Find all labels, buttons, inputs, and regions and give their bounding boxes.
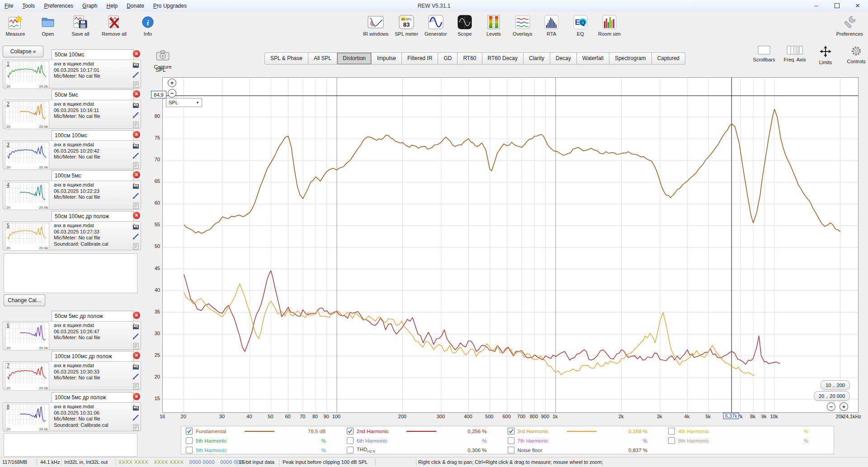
tab-waterfall[interactable]: Waterfall [577,52,609,65]
delete-measurement-button[interactable]: × [133,312,140,319]
measurement-item-7[interactable]: 100см 100мс др полож×72020,0kачх в ящике… [3,350,141,390]
notes-icon[interactable] [132,162,139,170]
save-measurement-icon[interactable] [132,182,139,191]
measurement-summary[interactable]: 82020,0kачх в ящике.mdat06.03.2025 10:31… [3,402,141,431]
distortion-plot[interactable]: + − 10 .. 200 20 .. 20 000 − + [162,77,859,413]
trace-color-icon[interactable] [132,192,139,201]
limits-button[interactable]: Limits [814,46,837,65]
tab-spl-phase[interactable]: SPL & Phase [264,52,308,65]
scope-button[interactable]: Scope [452,13,477,37]
trace-color-icon[interactable] [132,373,139,381]
measurement-name-input[interactable]: 100см 100мс др полож [52,351,134,362]
measurement-summary[interactable]: 12020,0kачх в ящике.mdat06.03.2025 10:17… [3,60,141,89]
delete-measurement-button[interactable]: × [133,171,140,178]
legend-checkbox[interactable] [347,447,354,453]
splmeter-button[interactable]: dB SPL83SPL meter [393,13,420,37]
measurement-name-input[interactable]: 100см 5мс [52,170,134,181]
measurement-summary[interactable]: 32020,0kачх в ящике.mdat06.03.2025 10:20… [3,140,141,169]
info-button[interactable]: iInfo [135,13,160,37]
legend-checkbox[interactable] [186,437,193,444]
measurement-item-4[interactable]: 100см 5мс×42020,0kачх в ящике.mdat06.03.… [3,170,141,210]
preferences-button[interactable]: Preferences [835,13,864,37]
measurement-item-3[interactable]: 100см 100мс×32020,0kачх в ящике.mdat06.0… [3,130,141,169]
trace-color-icon[interactable] [132,112,139,120]
notes-icon[interactable] [132,424,139,432]
measurement-summary[interactable]: 42020,0kачх в ящике.mdat06.03.2025 10:22… [3,181,141,210]
measurement-thumbnail[interactable]: 12020,0k [5,61,49,89]
trace-color-icon[interactable] [132,233,139,241]
measurement-thumbnail[interactable]: 72020,0k [5,363,49,391]
measurement-summary[interactable]: 72020,0kачх в ящике.mdat06.03.2025 10:30… [3,361,141,390]
measurement-item-1[interactable]: 50см 100мс×12020,0kачх в ящике.mdat06.03… [3,49,141,89]
tab-all-spl[interactable]: All SPL [308,52,337,65]
save-measurement-icon[interactable] [132,142,139,150]
minimize-button[interactable]: – [806,0,826,11]
measurement-name-input[interactable]: 50см 5мс др полож [52,311,134,322]
freqaxis-button[interactable]: Freq. Axis [783,46,807,65]
legend-checkbox[interactable] [668,428,675,434]
measurement-item-6[interactable]: 50см 5мс др полож×62020,0kачх в ящике.md… [3,310,141,350]
y-axis-top-limit-input[interactable]: 84,9 [151,91,166,98]
legend-checkbox[interactable] [347,428,354,434]
measurement-summary[interactable]: 52020,0kачх в ящике.mdat06.03.2025 10:27… [3,221,141,250]
measurement-thumbnail[interactable]: 82020,0k [5,404,49,432]
tab-filtered-ir[interactable]: Filtered IR [402,52,438,65]
menu-preferences[interactable]: Preferences [39,0,78,12]
tab-distortion[interactable]: Distortion [337,52,372,65]
measure-button[interactable]: Measure [3,13,28,37]
measurement-thumbnail[interactable]: 52020,0k [5,223,49,251]
irwindows-button[interactable]: IR windows [362,13,390,37]
measurement-item-2[interactable]: 50см 5мс×22020,0kачх в ящике.mdat06.03.2… [3,89,141,129]
maximize-button[interactable] [826,0,847,11]
y-zoom-out-button[interactable]: − [168,89,176,98]
measurement-name-input[interactable]: 50см 100мс др полож [52,211,134,222]
trace-color-icon[interactable] [132,152,139,160]
save-measurement-icon[interactable] [132,363,139,371]
measurement-thumbnail[interactable]: 62020,0k [5,322,49,350]
legend-checkbox[interactable] [347,437,354,444]
delete-measurement-button[interactable]: × [133,90,140,98]
measurement-notes-box[interactable] [4,433,137,457]
overlays-button[interactable]: Overlays [510,13,535,37]
trace-color-icon[interactable] [132,333,139,341]
measurement-name-input[interactable]: 100см 5мс др полож [52,392,134,403]
menu-file[interactable]: File [0,0,18,12]
tab-clarity[interactable]: Clarity [524,52,550,65]
notes-icon[interactable] [132,81,139,89]
menu-donate[interactable]: Donate [122,0,149,12]
menu-pro-upgrades[interactable]: Pro Upgrades [149,0,191,12]
legend-checkbox[interactable] [186,428,193,434]
measurement-name-input[interactable]: 50см 5мс [52,89,134,100]
save-measurement-icon[interactable] [132,102,139,110]
measurement-item-8[interactable]: 100см 5мс др полож×82020,0kачх в ящике.m… [3,392,141,431]
menu-graph[interactable]: Graph [78,0,102,12]
removeall-button[interactable]: Remove all [100,13,128,37]
menu-help[interactable]: Help [102,0,122,12]
measurement-thumbnail[interactable]: 42020,0k [5,182,49,210]
levels-button[interactable]: 0369Levels [481,13,506,37]
notes-icon[interactable] [132,243,139,251]
cursor-frequency-readout[interactable]: 6,37k [723,413,739,419]
tab-rt60-decay[interactable]: RT60 Decay [482,52,524,65]
tab-decay[interactable]: Decay [550,52,577,65]
eq-button[interactable]: EQEQ [568,13,593,37]
freq-range-10-200-button[interactable]: 10 .. 200 [821,380,850,390]
spl-type-dropdown[interactable]: SPL ▼ [166,98,202,107]
delete-measurement-button[interactable]: × [133,212,140,219]
save-measurement-icon[interactable] [132,404,139,412]
legend-checkbox[interactable] [508,428,514,434]
notes-icon[interactable] [132,121,139,130]
legend-checkbox[interactable] [508,437,514,444]
delete-measurement-button[interactable]: × [133,393,140,400]
delete-measurement-button[interactable]: × [133,50,140,57]
generator-button[interactable]: Generator [423,13,448,37]
tab-impulse[interactable]: Impulse [372,52,402,65]
tab-gd[interactable]: GD [438,52,458,65]
change-cal-button[interactable]: Change Cal... [4,294,45,306]
measurement-summary[interactable]: 62020,0kачх в ящике.mdat06.03.2025 10:26… [3,321,141,350]
scrollbars-button[interactable]: Scrollbars [752,46,776,65]
save-measurement-icon[interactable] [132,323,139,331]
measurement-name-input[interactable]: 100см 100мс [52,130,134,141]
tab-spectrogram[interactable]: Spectrogram [609,52,652,65]
measurement-thumbnail[interactable]: 32020,0k [5,142,49,170]
